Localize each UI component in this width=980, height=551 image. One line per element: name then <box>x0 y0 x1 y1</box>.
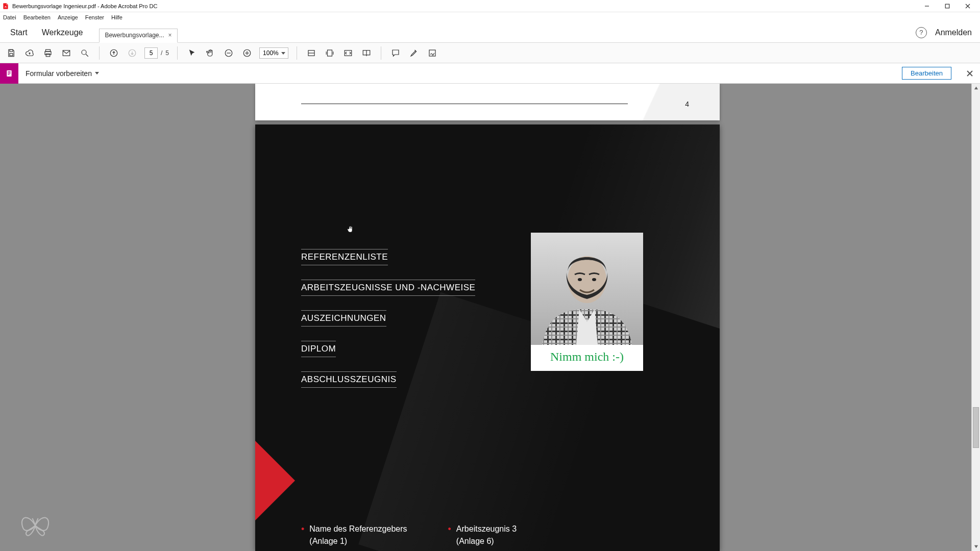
read-mode-icon[interactable] <box>360 47 373 59</box>
signature-icon[interactable] <box>426 47 438 59</box>
svg-rect-26 <box>8 72 10 73</box>
page-sep: / <box>161 49 162 57</box>
menu-item-datei[interactable]: Datei <box>3 14 16 20</box>
toolbar: / 5 100% <box>0 43 980 63</box>
page-previous-sliver: 4 <box>255 84 720 120</box>
ref-line2: (Anlage 6) <box>456 537 517 546</box>
menubar: Datei Bearbeiten Anzeige Fenster Hilfe <box>0 12 980 22</box>
svg-rect-1 <box>945 4 949 8</box>
heading-auszeichnungen: AUSZEICHNUNGEN <box>301 312 386 324</box>
file-tab-label: Bewerbungsvorlage... <box>105 32 164 39</box>
bullet-icon: • <box>448 524 451 546</box>
butterfly-watermark-icon <box>17 511 53 542</box>
svg-rect-5 <box>10 53 13 56</box>
bullet-icon: • <box>301 524 304 546</box>
vertical-scrollbar[interactable] <box>971 84 980 551</box>
menu-item-hilfe[interactable]: Hilfe <box>111 14 122 20</box>
hand-tool-icon[interactable] <box>204 47 216 59</box>
document-viewport[interactable]: 4 REFERENZENLISTE ARBEITSZEUGNISSE UND -… <box>5 84 980 551</box>
fit-page-icon[interactable] <box>324 47 336 59</box>
svg-rect-27 <box>8 74 9 74</box>
tab-tools[interactable]: Werkzeuge <box>35 24 90 41</box>
tab-start[interactable]: Start <box>3 24 35 41</box>
prev-page-icon[interactable] <box>108 47 120 59</box>
edit-button[interactable]: Bearbeiten <box>902 67 951 80</box>
svg-rect-8 <box>46 54 50 56</box>
prev-page-number: 4 <box>685 100 689 108</box>
photo-caption: Nimm mich :-) <box>531 345 643 371</box>
close-panel-button[interactable] <box>960 63 980 84</box>
heading-diplom: DIPLOM <box>301 343 336 355</box>
applicant-photo <box>531 233 643 345</box>
reference-columns: • Name des Referenzgebers (Anlage 1) • A… <box>301 524 517 546</box>
zoom-select[interactable]: 100% <box>259 47 288 59</box>
titlebar: Bewerbungsvorlage Ingenieur.pdf - Adobe … <box>0 0 980 12</box>
zoom-in-icon[interactable] <box>241 47 253 59</box>
chevron-down-icon <box>95 72 99 74</box>
svg-rect-20 <box>327 50 332 56</box>
svg-line-11 <box>86 54 88 57</box>
mail-icon[interactable] <box>60 47 72 59</box>
fit-width-icon[interactable] <box>305 47 317 59</box>
file-tab-close[interactable]: × <box>168 32 172 39</box>
page-total: 5 <box>165 49 169 57</box>
svg-point-10 <box>82 50 86 55</box>
scroll-down-icon[interactable] <box>972 542 980 551</box>
window-minimize-button[interactable] <box>917 0 937 12</box>
svg-point-38 <box>592 278 596 281</box>
next-page-icon <box>126 47 138 59</box>
ref-line1: Name des Referenzgebers <box>309 524 407 534</box>
form-tool-icon[interactable] <box>0 63 18 84</box>
menu-item-fenster[interactable]: Fenster <box>85 14 104 20</box>
selection-tool-icon[interactable] <box>186 47 198 59</box>
reference-item: • Name des Referenzgebers (Anlage 1) <box>301 524 407 546</box>
menu-item-bearbeiten[interactable]: Bearbeiten <box>23 14 51 20</box>
help-icon[interactable]: ? <box>916 27 927 38</box>
heading-abschlusszeugnis: ABSCHLUSSZEUGNIS <box>301 373 397 386</box>
tabs-row: Start Werkzeuge Bewerbungsvorlage... × ?… <box>0 22 980 43</box>
heading-referenzenliste: REFERENZENLISTE <box>301 251 388 263</box>
tool-panel-title[interactable]: Formular vorbereiten <box>18 69 106 78</box>
photo-card: Nimm mich :-) <box>531 233 643 371</box>
acrobat-icon <box>2 3 9 10</box>
reference-item: • Arbeitszeugnis 3 (Anlage 6) <box>448 524 517 546</box>
ref-line1: Arbeitszeugnis 3 <box>456 524 517 534</box>
window-title: Bewerbungsvorlage Ingenieur.pdf - Adobe … <box>12 3 157 9</box>
tool-panel-bar: Formular vorbereiten Bearbeiten <box>0 63 980 84</box>
section-headings: REFERENZENLISTE ARBEITSZEUGNISSE UND -NA… <box>301 251 475 386</box>
ref-line2: (Anlage 1) <box>309 537 407 546</box>
signin-link[interactable]: Anmelden <box>935 28 977 37</box>
scroll-thumb[interactable] <box>973 407 979 448</box>
left-rail <box>0 84 5 551</box>
window-close-button[interactable] <box>958 0 978 12</box>
tool-panel-title-text: Formular vorbereiten <box>26 69 92 78</box>
search-icon[interactable] <box>79 47 91 59</box>
highlight-icon[interactable] <box>408 47 420 59</box>
svg-rect-4 <box>10 49 13 52</box>
heading-arbeitszeugnisse: ARBEITSZEUGNISSE UND -NACHWEISE <box>301 282 475 294</box>
page-current: REFERENZENLISTE ARBEITSZEUGNISSE UND -NA… <box>255 124 720 551</box>
cloud-upload-icon[interactable] <box>23 47 36 59</box>
fit-window-icon[interactable] <box>342 47 354 59</box>
zoom-value: 100% <box>263 49 279 57</box>
scroll-track[interactable] <box>972 92 980 542</box>
zoom-out-icon[interactable] <box>223 47 235 59</box>
page-indicator: / 5 <box>144 47 169 59</box>
window-maximize-button[interactable] <box>937 0 958 12</box>
svg-rect-25 <box>8 71 10 72</box>
svg-point-37 <box>578 278 582 281</box>
print-icon[interactable] <box>42 47 54 59</box>
menu-item-anzeige[interactable]: Anzeige <box>58 14 78 20</box>
comment-icon[interactable] <box>389 47 402 59</box>
file-tab[interactable]: Bewerbungsvorlage... × <box>99 29 177 43</box>
scroll-up-icon[interactable] <box>972 84 980 92</box>
save-icon[interactable] <box>5 47 17 59</box>
cursor-hand-icon <box>346 224 354 236</box>
page-current-input[interactable] <box>144 47 158 59</box>
red-accent-triangle <box>255 441 295 520</box>
